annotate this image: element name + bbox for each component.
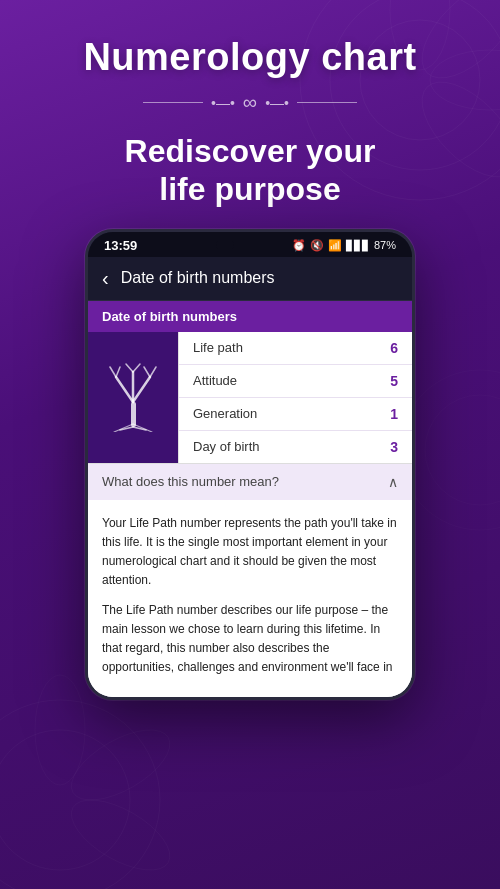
- svg-point-11: [60, 786, 180, 884]
- signal-bars: ▊▊▊: [346, 240, 370, 251]
- icon-cell: [88, 332, 178, 463]
- desc-paragraph-2: The Life Path number describes our life …: [102, 601, 398, 678]
- chevron-up-icon: ∧: [388, 474, 398, 490]
- svg-line-19: [116, 367, 120, 377]
- row-value-generation: 1: [390, 406, 398, 422]
- table-row[interactable]: Day of birth 3: [179, 431, 412, 463]
- svg-line-18: [110, 367, 116, 377]
- svg-point-7: [0, 700, 160, 889]
- phone-mockup: 13:59 ⏰ 🔇 📶 ▊▊▊ 87% ‹ Date of birth numb…: [85, 229, 415, 701]
- status-time: 13:59: [104, 238, 137, 253]
- app-header-title: Date of birth numbers: [121, 269, 275, 287]
- battery-level: 87%: [374, 239, 396, 251]
- svg-line-22: [144, 367, 150, 377]
- svg-line-17: [133, 377, 150, 402]
- accordion-label: What does this number mean?: [102, 474, 279, 489]
- main-title: Numerology chart: [20, 36, 480, 79]
- row-label-generation: Generation: [193, 406, 257, 421]
- wifi-icon: 📶: [328, 239, 342, 252]
- tree-icon: [106, 362, 161, 432]
- table-row[interactable]: Attitude 5: [179, 365, 412, 398]
- subtitle-section: Rediscover your life purpose: [0, 114, 500, 209]
- section-header: Date of birth numbers: [88, 301, 412, 332]
- row-label-life-path: Life path: [193, 340, 243, 355]
- app-header: ‹ Date of birth numbers: [88, 257, 412, 301]
- svg-line-23: [150, 367, 156, 377]
- row-value-day-of-birth: 3: [390, 439, 398, 455]
- status-bar: 13:59 ⏰ 🔇 📶 ▊▊▊ 87%: [88, 232, 412, 257]
- status-icons: ⏰ 🔇 📶 ▊▊▊ 87%: [292, 239, 396, 252]
- back-button[interactable]: ‹: [102, 267, 109, 290]
- camera-notch: [216, 241, 234, 249]
- ornament-right: •—•: [265, 95, 289, 111]
- app-content: Date of birth numbers: [88, 301, 412, 698]
- divider-ornament-row: •—• ∞ •—•: [20, 91, 480, 114]
- divider-line-left: [143, 102, 203, 103]
- table-row[interactable]: Generation 1: [179, 398, 412, 431]
- row-label-attitude: Attitude: [193, 373, 237, 388]
- top-section: Numerology chart •—• ∞ •—•: [0, 0, 500, 114]
- svg-line-20: [126, 364, 133, 372]
- ornament-left: •—•: [211, 95, 235, 111]
- row-value-life-path: 6: [390, 340, 398, 356]
- svg-point-8: [0, 730, 130, 870]
- table-area: Life path 6 Attitude 5 Generation 1 Da: [88, 332, 412, 463]
- svg-rect-14: [131, 402, 136, 427]
- ornament-center: ∞: [243, 91, 257, 114]
- mute-icon: 🔇: [310, 239, 324, 252]
- phone-wrapper: 13:59 ⏰ 🔇 📶 ▊▊▊ 87% ‹ Date of birth numb…: [0, 229, 500, 701]
- table-row[interactable]: Life path 6: [179, 332, 412, 365]
- data-rows: Life path 6 Attitude 5 Generation 1 Da: [178, 332, 412, 463]
- svg-line-21: [133, 364, 140, 372]
- description-area: Your Life Path number represents the pat…: [88, 500, 412, 698]
- desc-paragraph-1: Your Life Path number represents the pat…: [102, 514, 398, 591]
- svg-line-15: [116, 377, 133, 402]
- svg-point-10: [60, 716, 180, 814]
- row-value-attitude: 5: [390, 373, 398, 389]
- divider-line-right: [297, 102, 357, 103]
- alarm-icon: ⏰: [292, 239, 306, 252]
- accordion-bar[interactable]: What does this number mean? ∧: [88, 463, 412, 500]
- subtitle-title: Rediscover your life purpose: [30, 132, 470, 209]
- row-label-day-of-birth: Day of birth: [193, 439, 259, 454]
